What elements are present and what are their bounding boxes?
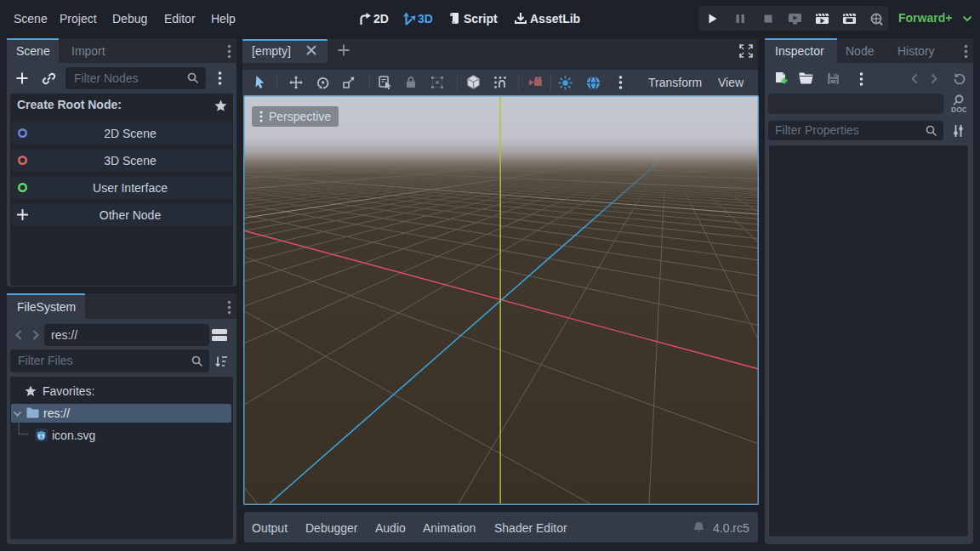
svg-text:Perspective: Perspective (269, 110, 331, 123)
svg-text:DOC: DOC (951, 105, 966, 114)
